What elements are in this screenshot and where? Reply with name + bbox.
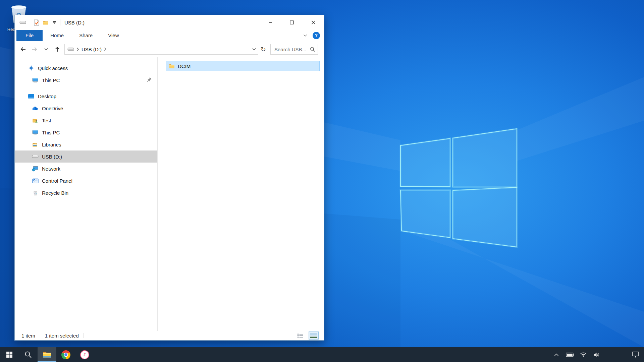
details-view-icon [297,333,303,338]
tab-home[interactable]: Home [43,30,71,41]
breadcrumb-location[interactable]: USB (D:) [82,47,102,52]
minimize-icon [268,20,272,24]
properties-check-document-icon[interactable] [34,19,39,26]
details-view-button[interactable] [295,331,305,340]
sidebar-item-libraries[interactable]: Libraries [15,138,157,150]
taskbar-file-explorer-button[interactable] [38,347,56,362]
status-separator [40,333,40,338]
folder-icon [169,64,175,68]
help-icon[interactable]: ? [313,32,320,39]
breadcrumb-chevron-icon[interactable] [104,47,107,51]
sidebar-item-label: OneDrive [42,106,63,111]
sidebar-item-network[interactable]: Network [15,163,157,175]
sidebar-item-label: Recycle Bin [42,190,68,196]
onedrive-cloud-icon [32,105,39,112]
file-item-dcim[interactable]: DCIM [166,61,320,71]
close-icon [311,20,315,24]
status-bar: 1 item 1 item selected [15,331,324,340]
item-count: 1 item [21,333,35,339]
tab-view[interactable]: View [100,30,126,41]
selection-count: 1 item selected [45,333,79,339]
sidebar-item-quick-access[interactable]: Quick access [15,62,157,74]
sidebar-item-test[interactable]: Test [15,114,157,126]
close-button[interactable] [303,15,324,30]
user-folder-icon [32,117,39,124]
battery-status[interactable] [566,347,574,362]
titlebar-separator [60,19,60,25]
sidebar-item-onedrive[interactable]: OneDrive [15,102,157,114]
sidebar-item-usb-drive[interactable]: USB (D:) [15,150,157,163]
svg-text:♻: ♻ [34,192,37,195]
taskbar-search-button[interactable] [19,347,38,362]
sidebar-item-this-pc-pinned[interactable]: This PC [15,74,157,86]
navigation-pane: Quick access This PC [15,57,158,331]
sidebar-item-label: Desktop [38,94,56,99]
sidebar-item-label: Control Panel [42,178,72,184]
file-list-pane[interactable]: DCIM [158,57,324,331]
large-icons-view-icon [310,333,317,338]
breadcrumb-chevron-icon[interactable] [76,47,79,51]
recent-locations-button[interactable] [40,44,52,55]
chevron-up-icon [554,353,559,356]
sidebar-item-label: Libraries [42,142,61,147]
taskbar-itunes-button[interactable]: ♪ [75,347,94,362]
window-body: Quick access This PC [15,57,324,331]
pin-icon [146,77,152,83]
up-arrow-icon [54,46,61,53]
wifi-icon [580,352,587,357]
this-pc-icon [32,129,39,136]
minimize-button[interactable] [260,15,281,30]
system-tray [552,347,644,362]
volume-icon [594,352,600,357]
maximize-button[interactable] [281,15,303,30]
sidebar-item-label: This PC [42,130,60,135]
search-icon [24,351,32,358]
tab-file[interactable]: File [16,30,43,41]
sidebar-item-this-pc[interactable]: This PC [15,126,157,138]
titlebar: USB (D:) [15,15,324,30]
address-dropdown-icon[interactable] [252,48,256,51]
taskbar: ♪ [0,347,644,362]
back-arrow-icon [20,46,26,53]
forward-button[interactable] [29,44,40,55]
network-status[interactable] [579,347,588,362]
address-bar[interactable]: USB (D:) [64,44,258,55]
file-name: DCIM [178,63,191,69]
start-button[interactable] [0,347,19,362]
status-separator [84,333,84,338]
refresh-icon: ↻ [261,46,266,53]
new-folder-icon[interactable] [43,20,49,25]
start-windows-icon [6,352,12,358]
search-input[interactable] [274,46,310,53]
up-button[interactable] [52,44,63,55]
action-center-button[interactable] [631,347,640,362]
action-center-icon [632,351,639,358]
sidebar-item-control-panel[interactable]: Control Panel [15,175,157,187]
quick-access-star-icon [28,64,35,72]
titlebar-separator [30,19,30,25]
file-explorer-window: USB (D:) File Home Share View ? [14,15,324,341]
navigation-bar: USB (D:) ↻ [15,41,324,57]
large-icons-view-button[interactable] [309,331,319,340]
this-pc-icon [32,76,39,84]
search-icon[interactable] [310,47,315,52]
volume-status[interactable] [592,347,601,362]
expand-ribbon-icon[interactable] [303,34,307,37]
sidebar-item-label: Quick access [38,65,68,71]
tray-overflow-button[interactable] [552,347,561,362]
tab-share[interactable]: Share [71,30,100,41]
chevron-down-icon [44,48,48,51]
chrome-icon [61,350,70,359]
ribbon-tabs: File Home Share View ? [15,30,324,41]
search-box[interactable] [270,44,318,55]
sidebar-item-desktop[interactable]: Desktop [15,90,157,102]
forward-arrow-icon [31,46,38,53]
sidebar-item-recycle-bin[interactable]: ♻ Recycle Bin [15,187,157,199]
screen: ♻ Recycle Bin [0,0,644,362]
itunes-icon: ♪ [80,350,89,359]
back-button[interactable] [17,44,29,55]
customize-quick-access-toolbar-icon[interactable] [52,21,56,24]
taskbar-chrome-button[interactable] [56,347,75,362]
refresh-button[interactable]: ↻ [258,44,268,55]
file-explorer-icon [43,351,52,358]
